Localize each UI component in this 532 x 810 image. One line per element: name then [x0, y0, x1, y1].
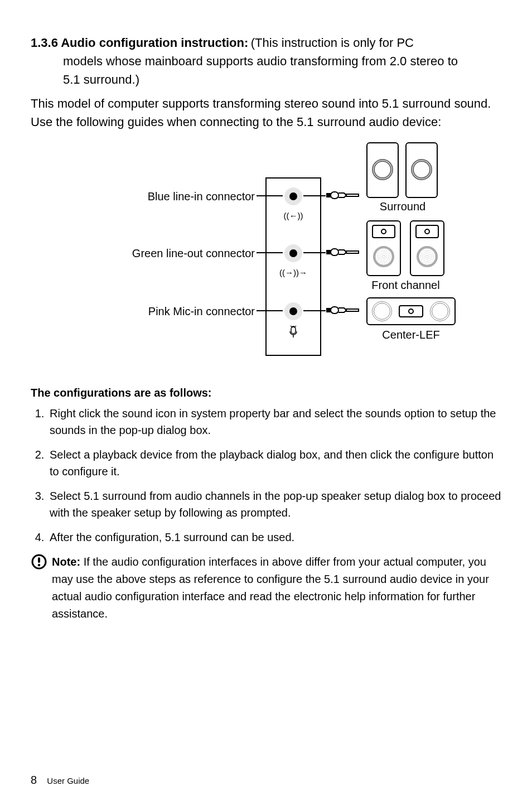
svg-rect-3 — [326, 250, 331, 254]
config-subhead: The configurations are as follows: — [31, 387, 501, 399]
note-label: Note: — [52, 556, 80, 568]
lead-pink-jack — [303, 310, 326, 311]
lead-blue-jack — [303, 195, 326, 196]
svg-rect-7 — [331, 307, 338, 314]
section-trailing: (This instruction is only for PC — [251, 36, 414, 50]
svg-rect-10 — [38, 557, 40, 563]
front-caption: Front channel — [365, 279, 446, 292]
heading-cont2: 5.1 surround.) — [31, 70, 501, 89]
surround-speaker-right — [405, 142, 438, 198]
list-item: Select a playback device from the playba… — [47, 446, 501, 480]
green-label: Green line-out connector — [132, 247, 255, 260]
front-speaker-right — [410, 220, 444, 276]
surround-speaker-left — [366, 142, 399, 198]
jack-pink — [326, 305, 360, 315]
svg-rect-8 — [346, 309, 359, 311]
footer-title: User Guide — [47, 776, 89, 785]
section-title: Audio configuration instruction: — [61, 36, 248, 50]
svg-rect-4 — [331, 249, 338, 255]
svg-rect-0 — [326, 193, 331, 197]
center-lef-speaker — [366, 297, 456, 325]
jack-green — [326, 247, 360, 257]
pink-port — [284, 302, 302, 320]
lead-green-jack — [303, 252, 326, 253]
lead-pink — [257, 310, 283, 311]
center-caption: Center-LEF — [366, 329, 456, 341]
svg-rect-6 — [326, 308, 331, 312]
list-item: Select 5.1 surround from audio channels … — [47, 488, 501, 521]
page-footer: 8 User Guide — [31, 774, 89, 787]
intro-para2: Use the following guides when connecting… — [31, 113, 501, 131]
surround-caption: Surround — [366, 200, 439, 213]
alert-icon — [31, 553, 52, 623]
heading-cont1: models whose mainboard supports audio tr… — [31, 52, 501, 70]
lead-green — [257, 252, 283, 253]
note-body: If the audio configuration interfaces in… — [52, 556, 489, 620]
list-item: After the configuration, 5.1 surround ca… — [47, 529, 501, 546]
list-item: Right click the sound icon in system pro… — [47, 405, 501, 438]
line-in-symbol: ((←)) — [284, 211, 303, 220]
line-out-symbol: ((→))→ — [279, 268, 307, 277]
jack-blue — [326, 190, 360, 200]
section-number: 1.3.6 — [31, 36, 58, 50]
svg-point-11 — [38, 564, 40, 566]
intro-para1: This model of computer supports transfor… — [31, 94, 501, 113]
note-text: Note: If the audio configuration interfa… — [52, 553, 501, 623]
svg-rect-5 — [346, 251, 359, 253]
lead-blue — [257, 195, 283, 196]
connector-panel: ((←)) ((→))→ — [265, 177, 321, 356]
section-heading: 1.3.6 Audio configuration instruction: (… — [31, 33, 501, 52]
blue-port — [284, 187, 302, 205]
svg-rect-1 — [331, 192, 338, 199]
front-speaker-left — [366, 220, 401, 276]
page-number: 8 — [31, 774, 37, 786]
pink-label: Pink Mic-in connector — [148, 305, 255, 318]
svg-rect-2 — [346, 194, 359, 196]
blue-label: Blue line-in connector — [148, 190, 255, 203]
mic-symbol — [288, 326, 299, 343]
note-block: Note: If the audio configuration interfa… — [31, 553, 501, 623]
steps-list: Right click the sound icon in system pro… — [47, 405, 501, 546]
audio-diagram: ((←)) ((→))→ Blue line-in connector Gree… — [65, 142, 467, 371]
green-port — [284, 244, 302, 262]
